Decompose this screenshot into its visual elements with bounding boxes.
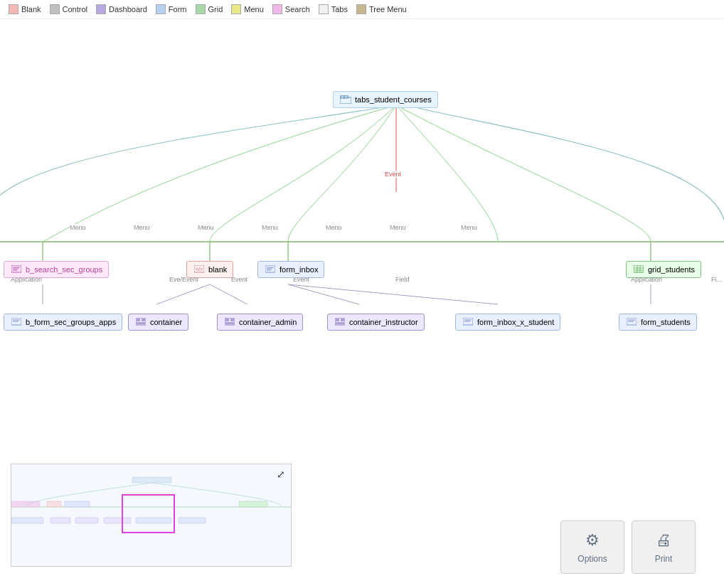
edge-label-fi: Fi... (711, 276, 722, 283)
svg-line-9 (288, 284, 498, 304)
form-node-icon (264, 264, 277, 274)
node-grid-students[interactable]: grid_students (626, 261, 701, 278)
node-label: grid_students (648, 265, 695, 274)
legend-color-search (272, 4, 282, 14)
node-label: blank (208, 265, 227, 274)
legend-label-tabs: Tabs (331, 5, 348, 14)
svg-rect-39 (225, 322, 234, 324)
node-blank[interactable]: </> blank (186, 261, 233, 278)
node-label: form_students (641, 318, 691, 326)
svg-line-8 (288, 284, 359, 304)
options-icon: ⚙ (585, 531, 600, 550)
node-label: form_inbox_x_student (477, 318, 554, 326)
node-label: container_instructor (349, 318, 418, 326)
legend-color-form (156, 4, 166, 14)
svg-rect-42 (341, 319, 344, 321)
legend-label-dashboard: Dashboard (109, 5, 147, 14)
svg-rect-33 (137, 319, 140, 321)
node-form-inbox-x-student[interactable]: form_inbox_x_student (455, 314, 560, 331)
legend-color-grid (196, 4, 206, 14)
legend-label-blank: Blank (21, 5, 41, 14)
legend-item-control: Control (50, 4, 87, 14)
print-button[interactable]: 🖨 Print (632, 520, 696, 574)
svg-text:</>: </> (196, 267, 203, 272)
svg-rect-53 (47, 501, 61, 507)
legend-item-search: Search (272, 4, 310, 14)
form-node-icon-2 (10, 317, 23, 327)
svg-line-7 (210, 284, 247, 304)
svg-rect-43 (336, 322, 344, 324)
svg-rect-41 (336, 319, 339, 321)
edge-label-menu-6: Menu (390, 224, 406, 231)
dashboard-node-icon (134, 317, 147, 327)
dashboard-node-icon-3 (334, 317, 346, 327)
svg-rect-58 (75, 518, 98, 523)
legend-item-treemenu: Tree Menu (356, 4, 407, 14)
node-label: container (150, 318, 182, 326)
dashboard-node-icon-2 (223, 317, 236, 327)
node-form-inbox[interactable]: form_inbox (257, 261, 324, 278)
svg-rect-55 (239, 501, 267, 507)
node-container-instructor[interactable]: container_instructor (327, 314, 425, 331)
edge-label-event-red: Event (385, 171, 401, 178)
svg-rect-13 (344, 95, 348, 98)
node-label: container_admin (239, 318, 297, 326)
svg-rect-61 (179, 518, 206, 523)
legend-item-form: Form (156, 4, 187, 14)
edge-label-menu-4: Menu (262, 224, 278, 231)
edge-label-event-2: Event (231, 276, 247, 283)
edge-label-menu-5: Menu (326, 224, 342, 231)
tabs-icon (339, 95, 352, 105)
svg-rect-56 (11, 518, 43, 523)
svg-rect-35 (137, 322, 145, 324)
form-node-icon-4 (625, 317, 638, 327)
svg-rect-24 (634, 265, 644, 272)
edge-label-field: Field (395, 276, 410, 283)
edge-label-menu-1: Menu (70, 224, 86, 231)
bottom-buttons: ⚙ Options 🖨 Print (560, 520, 696, 574)
grid-node-icon (632, 264, 645, 274)
node-label: tabs_student_courses (355, 95, 432, 104)
svg-rect-57 (50, 518, 70, 523)
svg-line-6 (156, 284, 210, 304)
legend-label-grid: Grid (208, 5, 223, 14)
node-label: form_inbox (280, 265, 318, 274)
node-container-admin[interactable]: container_admin (217, 314, 303, 331)
legend-item-menu: Menu (231, 4, 264, 14)
node-b-form-sec-groups-apps[interactable]: b_form_sec_groups_apps (4, 314, 122, 331)
minimap: ⤢ (11, 464, 292, 567)
legend-color-control (50, 4, 60, 14)
edge-label-menu-3: Menu (198, 224, 214, 231)
legend-color-blank (9, 4, 18, 14)
legend-label-form: Form (169, 5, 187, 14)
search-node-icon (10, 264, 23, 274)
node-form-students[interactable]: form_students (619, 314, 697, 331)
node-container[interactable]: container (128, 314, 188, 331)
connection-lines (0, 21, 724, 446)
legend-label-search: Search (285, 5, 310, 14)
canvas-area: Event Menu Menu Menu Menu Menu Menu Menu… (0, 21, 724, 446)
options-button[interactable]: ⚙ Options (560, 520, 624, 574)
legend-color-dashboard (96, 4, 106, 14)
svg-rect-12 (341, 95, 344, 98)
legend-color-menu (231, 4, 241, 14)
print-icon: 🖨 (656, 531, 671, 550)
legend-item-dashboard: Dashboard (96, 4, 147, 14)
svg-rect-54 (65, 501, 90, 507)
node-label: b_form_sec_groups_apps (26, 318, 116, 326)
blank-node-icon: </> (193, 264, 206, 274)
svg-rect-37 (225, 319, 229, 321)
legend-item-tabs: Tabs (319, 4, 348, 14)
node-b-search-sec-groups[interactable]: b_search_sec_groups (4, 261, 109, 278)
print-label: Print (655, 554, 673, 564)
legend-item-grid: Grid (196, 4, 223, 14)
form-node-icon-3 (462, 317, 474, 327)
node-tabs-student-courses[interactable]: tabs_student_courses (333, 91, 438, 108)
legend-label-menu: Menu (244, 5, 264, 14)
legend-label-treemenu: Tree Menu (369, 5, 407, 14)
legend: BlankControlDashboardFormGridMenuSearchT… (0, 0, 724, 19)
svg-rect-38 (230, 319, 234, 321)
svg-rect-51 (132, 477, 171, 483)
legend-item-blank: Blank (9, 4, 41, 14)
options-label: Options (577, 554, 607, 564)
